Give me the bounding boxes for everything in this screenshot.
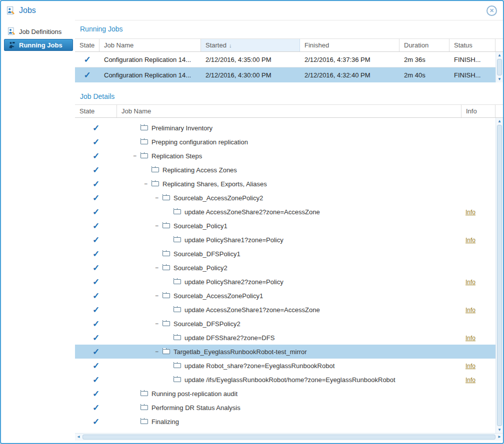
expander-collapse-icon[interactable]: −: [144, 180, 151, 187]
tree-row[interactable]: ✓Performing DR Status Analysis: [75, 401, 496, 415]
running-jobs-scrollbar[interactable]: ▲ ▼: [496, 52, 503, 82]
tree-row[interactable]: ✓−Sourcelab_Policy1: [75, 219, 496, 233]
job-details-vscrollbar[interactable]: ▲ ▼: [496, 118, 503, 433]
column-header-started[interactable]: Started↓: [201, 39, 300, 51]
cell-state: ✓: [75, 390, 117, 398]
close-icon[interactable]: ✕: [486, 5, 497, 16]
info-link[interactable]: Info: [466, 307, 476, 314]
folder-icon: [140, 125, 148, 130]
tree-row[interactable]: ✓−Sourcelab_AccessZonePolicy1: [75, 289, 496, 303]
running-job-row[interactable]: ✓Configuration Replication 14...2/12/201…: [75, 67, 496, 82]
sidebar-item-running-jobs[interactable]: Running Jobs: [4, 39, 73, 51]
tree-row[interactable]: ✓update AccessZoneShare1?zone=AccessZone…: [75, 303, 496, 317]
cell-info: Info: [462, 334, 496, 342]
tree-row[interactable]: ✓−Sourcelab_DFSPolicy2: [75, 317, 496, 331]
tree-node-label: Replicating Shares, Exports, Aliases: [162, 180, 267, 188]
cell-state: ✓: [75, 334, 117, 342]
folder-icon: [162, 293, 170, 298]
info-link[interactable]: Info: [466, 237, 476, 244]
tree-node-label: update AccessZoneShare2?zone=AccessZone: [184, 208, 320, 216]
tree-row[interactable]: ✓Prepping configuration replication: [75, 135, 496, 149]
tree-row[interactable]: ✓−Sourcelab_AccessZonePolicy2: [75, 191, 496, 205]
expander-collapse-icon[interactable]: −: [155, 194, 162, 201]
check-icon: ✓: [92, 221, 100, 231]
scroll-right-icon[interactable]: ►: [496, 434, 503, 441]
column-header-finished[interactable]: Finished: [300, 39, 400, 51]
tree-row[interactable]: ✓update Robot_share?zone=EyeglassRunbook…: [75, 359, 496, 373]
jobs-window: Jobs ✕ Job DefinitionsRunning Jobs Runni…: [0, 0, 504, 444]
column-header-state[interactable]: State: [75, 39, 100, 51]
running-jobs-grid: StateJob NameStarted↓FinishedDurationSta…: [75, 38, 503, 82]
cell-state: ✓: [75, 71, 100, 79]
tree-row[interactable]: ✓update PolicyShare2?zone=PolicyInfo: [75, 275, 496, 289]
check-icon: ✓: [92, 207, 100, 217]
scroll-left-icon[interactable]: ◄: [75, 434, 82, 441]
running-jobs-section-title: Running Jobs: [80, 25, 123, 33]
scroll-down-icon[interactable]: ▼: [496, 427, 503, 433]
scroll-down-icon[interactable]: ▼: [496, 76, 503, 82]
scrollbar-thumb[interactable]: [497, 125, 502, 426]
scrollbar-thumb[interactable]: [497, 59, 502, 75]
tree-node-label: Sourcelab_Policy1: [174, 222, 228, 230]
info-link[interactable]: Info: [466, 363, 476, 370]
job-details-hscrollbar[interactable]: ◄ ►: [75, 433, 503, 441]
column-header-job-name[interactable]: Job Name: [100, 39, 201, 51]
tree-row[interactable]: ✓Finalizing: [75, 415, 496, 429]
cell-state: ✓: [75, 236, 117, 244]
sidebar-item-label: Running Jobs: [19, 41, 62, 49]
expander-collapse-icon[interactable]: −: [155, 320, 162, 327]
scrollbar-thumb[interactable]: [82, 435, 496, 440]
cell-state: ✓: [75, 306, 117, 314]
check-icon: ✓: [92, 193, 100, 203]
info-link[interactable]: Info: [466, 377, 476, 384]
column-header-label: State: [80, 41, 94, 49]
job-details-tree: ✓Preliminary Inventory✓Prepping configur…: [75, 118, 496, 433]
scroll-up-icon[interactable]: ▲: [496, 52, 503, 58]
cell-job-name: update AccessZoneShare2?zone=AccessZone: [117, 208, 462, 216]
expander-collapse-icon[interactable]: −: [133, 152, 140, 159]
cell-job-name: Prepping configuration replication: [117, 138, 462, 146]
tree-node-label: Performing DR Status Analysis: [152, 404, 240, 412]
cell-job-name: update AccessZoneShare1?zone=AccessZone: [117, 306, 462, 314]
info-link[interactable]: Info: [466, 209, 476, 216]
folder-icon: [152, 181, 159, 186]
expander-collapse-icon[interactable]: −: [155, 348, 162, 355]
cell-info: Info: [462, 208, 496, 216]
info-link[interactable]: Info: [466, 335, 476, 342]
cell-state: ✓: [75, 180, 117, 188]
tree-row[interactable]: ✓Running post-replication audit: [75, 387, 496, 401]
job-details-header: StateJob NameInfo: [75, 104, 503, 118]
column-header-job-name[interactable]: Job Name: [117, 105, 462, 117]
expander-collapse-icon[interactable]: −: [155, 222, 162, 229]
column-header-info[interactable]: Info: [462, 105, 496, 117]
column-header-duration[interactable]: Duration: [400, 39, 450, 51]
sidebar-item-job-definitions[interactable]: Job Definitions: [4, 25, 73, 37]
folder-icon: [162, 223, 170, 228]
check-icon: ✓: [92, 347, 100, 357]
tree-row[interactable]: ✓Sourcelab_DFSPolicy1: [75, 247, 496, 261]
tree-row[interactable]: ✓update AccessZoneShare2?zone=AccessZone…: [75, 205, 496, 219]
running-job-row[interactable]: ✓Configuration Replication 14...2/12/201…: [75, 52, 496, 67]
tree-row[interactable]: ✓−Targetlab_EyeglassRunbookRobot-test_mi…: [75, 345, 496, 359]
tree-row[interactable]: ✓−Replicating Shares, Exports, Aliases: [75, 177, 496, 191]
cell-info: Info: [462, 306, 496, 314]
check-icon: ✓: [92, 375, 100, 385]
tree-row[interactable]: ✓Replicating Access Zones: [75, 163, 496, 177]
tree-row[interactable]: ✓−Sourcelab_Policy2: [75, 261, 496, 275]
info-link[interactable]: Info: [466, 279, 476, 286]
tree-row[interactable]: ✓−Replication Steps: [75, 149, 496, 163]
scroll-up-icon[interactable]: ▲: [496, 118, 503, 124]
tree-row[interactable]: ✓update PolicyShare1?zone=PolicyInfo: [75, 233, 496, 247]
expander-collapse-icon[interactable]: −: [155, 264, 162, 271]
tree-row[interactable]: ✓update DFSShare2?zone=DFSInfo: [75, 331, 496, 345]
cell-duration: 2m 36s: [400, 56, 450, 63]
tree-node-label: update PolicyShare2?zone=Policy: [184, 278, 284, 286]
window-title: Jobs: [19, 6, 36, 15]
expander-collapse-icon[interactable]: −: [155, 292, 162, 299]
column-header-state[interactable]: State: [75, 105, 117, 117]
column-header-status[interactable]: Status: [450, 39, 496, 51]
tree-row[interactable]: ✓update /ifs/EyeglassRunbookRobot/home?z…: [75, 373, 496, 387]
tree-row[interactable]: ✓Preliminary Inventory: [75, 121, 496, 135]
check-icon: ✓: [92, 249, 100, 259]
tree-node-label: update DFSShare2?zone=DFS: [184, 334, 274, 342]
